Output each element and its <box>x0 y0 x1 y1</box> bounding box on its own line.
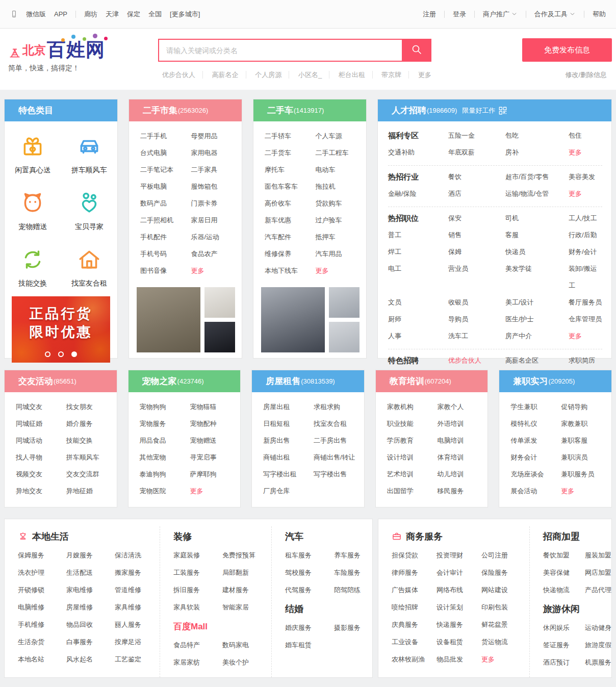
category-link[interactable]: 财务会计 <box>510 449 561 466</box>
category-link[interactable]: 高价收车 <box>265 195 316 212</box>
category-link[interactable]: 印刷包装 <box>481 599 529 616</box>
category-link[interactable]: 设计策划 <box>437 599 481 616</box>
category-link[interactable]: 物品回收 <box>66 616 115 633</box>
merchant-promotion-menu[interactable]: 商户推广 <box>483 10 518 19</box>
category-link[interactable]: 数码家电 <box>222 637 271 654</box>
category-link[interactable]: 新车优惠 <box>265 212 316 228</box>
category-link[interactable]: 更多 <box>190 482 240 499</box>
category-link[interactable]: 异地征婚 <box>66 482 117 499</box>
category-link[interactable]: 装卸/搬运工 <box>569 260 602 294</box>
category-link[interactable]: 保安 <box>448 210 505 226</box>
category-link[interactable]: 艺术培训 <box>387 466 438 482</box>
category-link[interactable]: 担保贷款 <box>392 547 437 564</box>
category-link[interactable]: 管道维修 <box>115 581 160 599</box>
category-link[interactable]: 按摩足浴 <box>115 633 160 651</box>
search-input[interactable] <box>158 39 402 62</box>
category-link[interactable]: 休闲娱乐 <box>543 619 585 637</box>
category-link[interactable]: 移民服务 <box>438 482 488 499</box>
category-link[interactable]: 找女朋友 <box>66 398 117 415</box>
category-link[interactable]: 同城征婚 <box>16 415 66 432</box>
category-link[interactable]: 同城活动 <box>16 432 66 449</box>
hot-word[interactable]: 柜台出租 <box>331 71 373 79</box>
section-title[interactable]: 百度Mall <box>173 621 208 632</box>
category-link[interactable]: 兼职服务员 <box>561 466 611 482</box>
category-link[interactable]: 房屋出租 <box>263 398 314 415</box>
feature-item[interactable]: 技能交换 <box>5 247 61 288</box>
panel-title[interactable]: 兼职实习 <box>513 375 548 387</box>
category-link[interactable]: 家具维修 <box>115 599 160 616</box>
category-link[interactable]: 找人寻物 <box>16 449 66 466</box>
category-link[interactable]: 二手货车 <box>265 144 316 161</box>
category-link[interactable]: 酒店 <box>448 185 505 202</box>
category-link[interactable]: 汽车配件 <box>265 228 316 245</box>
category-link[interactable]: 维修保养 <box>265 245 316 262</box>
hot-word[interactable]: 更多 <box>411 71 439 79</box>
category-link[interactable]: 本地名站 <box>18 651 66 668</box>
category-link[interactable]: 营业员 <box>448 260 505 294</box>
listing-photo[interactable] <box>204 322 235 352</box>
category-link[interactable]: 汽车用品 <box>316 245 367 262</box>
category-link[interactable]: 技能交换 <box>66 432 117 449</box>
category-link[interactable]: 包吃 <box>505 127 569 144</box>
category-link[interactable]: 会计审计 <box>437 564 481 581</box>
category-link[interactable]: 物品批发 <box>437 651 481 668</box>
panel-title[interactable]: 特色类目 <box>18 105 53 116</box>
category-link[interactable]: 厂房仓库 <box>263 482 314 499</box>
category-link[interactable]: 医生/护士 <box>505 311 569 327</box>
category-link[interactable]: 交友交流群 <box>66 466 117 482</box>
category-link[interactable]: 智能家居 <box>222 599 271 616</box>
category-link[interactable]: 开锁修锁 <box>18 581 66 599</box>
category-link[interactable]: 面包车客车 <box>265 178 316 195</box>
category-link[interactable]: 促销导购 <box>561 398 611 415</box>
search-button[interactable] <box>402 39 431 62</box>
category-link[interactable]: 美工/设计 <box>505 294 569 311</box>
category-link[interactable]: 洗车工 <box>448 327 505 344</box>
category-link[interactable]: 萨摩耶狗 <box>190 466 240 482</box>
category-link[interactable]: 网店加盟 <box>585 564 611 581</box>
category-link[interactable]: 婚介服务 <box>66 415 117 432</box>
category-link[interactable]: 新房出售 <box>263 432 314 449</box>
category-link[interactable]: 家庭装修 <box>173 547 222 564</box>
category-link[interactable]: 运输/物流/仓管 <box>505 185 569 202</box>
category-link[interactable]: 保姆服务 <box>18 547 66 564</box>
feature-item[interactable]: 拼车顺风车 <box>61 134 118 175</box>
section-title[interactable]: 结婚 <box>285 603 303 615</box>
category-link[interactable]: 兼职客服 <box>561 432 611 449</box>
hot-word[interactable]: 优步合伙人 <box>159 71 203 79</box>
category-link[interactable]: 网站建设 <box>481 581 529 599</box>
category-link[interactable]: 工业设备 <box>392 633 437 651</box>
category-link[interactable]: 图书音像 <box>140 262 191 279</box>
category-link[interactable]: 出国留学 <box>387 482 438 499</box>
category-link[interactable]: 包住 <box>569 127 602 144</box>
category-link[interactable]: 餐饮 <box>448 168 505 185</box>
publish-button[interactable]: 免费发布信息 <box>522 38 612 62</box>
category-link[interactable]: 家电维修 <box>66 581 115 599</box>
panel-title[interactable]: 交友活动 <box>18 375 53 387</box>
feature-item[interactable]: 宝贝寻家 <box>61 190 118 232</box>
category-link[interactable]: 保洁清洗 <box>115 547 160 564</box>
city-link-baoding[interactable]: 保定 <box>127 10 140 19</box>
category-link[interactable]: 贷款购车 <box>316 195 367 212</box>
category-link[interactable]: 建材服务 <box>222 581 271 599</box>
category-link[interactable]: 销售 <box>448 226 505 243</box>
panel-title[interactable]: 房屋租售 <box>266 375 300 387</box>
panel-title[interactable]: 宠物之家 <box>142 375 177 387</box>
feature-item[interactable]: 宠物赠送 <box>5 190 61 232</box>
category-link[interactable]: 家用电器 <box>191 144 242 161</box>
category-link[interactable]: 网络布线 <box>437 581 481 599</box>
category-link[interactable]: 餐饮加盟 <box>543 547 585 564</box>
category-link[interactable]: 本地下线车 <box>265 262 316 279</box>
listing-photo[interactable] <box>329 322 360 352</box>
category-link[interactable]: 美容保健 <box>543 564 585 581</box>
category-link[interactable]: 二手房出售 <box>314 432 364 449</box>
category-link[interactable]: 司机 <box>505 210 569 226</box>
category-link[interactable]: 家教机构 <box>387 398 438 415</box>
category-link[interactable]: 食品农产 <box>191 245 242 262</box>
manage-posts-link[interactable]: 修改/删除信息 <box>565 70 607 80</box>
category-link[interactable]: 宠物狗狗 <box>140 398 190 415</box>
category-link[interactable]: 旅游度假 <box>585 637 611 654</box>
category-link[interactable]: 投资理财 <box>437 547 481 564</box>
category-link[interactable]: 求租求购 <box>314 398 364 415</box>
category-link[interactable]: 平板电脑 <box>140 178 191 195</box>
city-link-national[interactable]: 全国 <box>148 10 162 19</box>
